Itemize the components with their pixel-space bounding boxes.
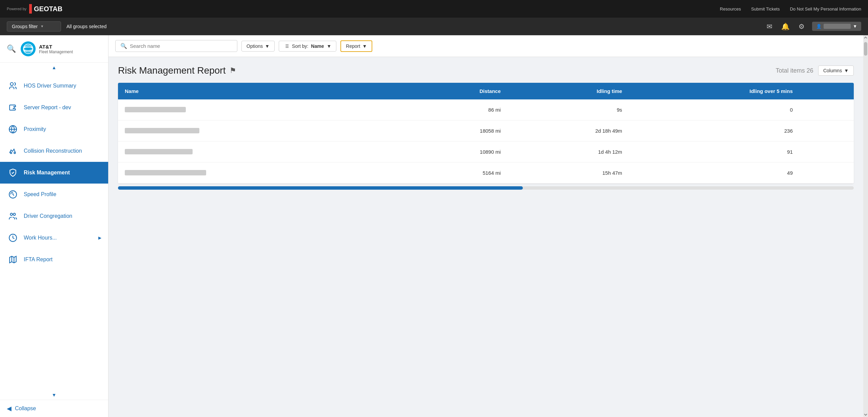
do-not-sell-link[interactable]: Do Not Sell My Personal Information	[790, 6, 861, 12]
sidebar-item-driver-congregation[interactable]: Driver Congregation	[0, 205, 108, 227]
columns-button[interactable]: Columns ▼	[818, 65, 854, 76]
options-button[interactable]: Options ▼	[241, 41, 275, 52]
sidebar-item-ifta-report[interactable]: IFTA Report	[0, 249, 108, 270]
report-header: Risk Management Report ⚑ Total items 26 …	[118, 65, 854, 76]
sidebar-item-work-hours-label: Work Hours...	[24, 235, 57, 241]
puzzle-icon	[7, 101, 19, 114]
report-title-text: Risk Management Report	[118, 65, 225, 76]
vertical-scroll-thumb	[864, 42, 867, 56]
content-area: 🔍 Options ▼ Sort by: Name ▼ Report ▼	[108, 35, 863, 417]
bookmark-icon[interactable]: ⚑	[230, 66, 236, 75]
search-box[interactable]: 🔍	[115, 40, 237, 52]
cell-distance: 5164 mi	[403, 163, 508, 184]
work-hours-chevron-icon: ▶	[98, 235, 101, 240]
sidebar-item-risk-management[interactable]: Risk Management	[0, 162, 108, 184]
user-account-button[interactable]: 👤 ████████ ▼	[812, 22, 861, 31]
cell-idling-over: 236	[629, 120, 800, 141]
user-icon: 👤	[816, 24, 822, 29]
main-layout: 🔍 AT&T Fleet Management ▲	[0, 35, 868, 417]
groups-filter-button[interactable]: Groups filter ▼	[7, 21, 61, 32]
table-row: 86 mi 9s 0	[118, 99, 854, 120]
sort-value: Name	[311, 43, 324, 49]
col-extra	[800, 83, 854, 99]
groups-bar: Groups filter ▼ All groups selected ✉ 🔔 …	[0, 18, 868, 35]
col-idling-time: Idling time	[508, 83, 629, 99]
shield-icon	[7, 167, 19, 179]
svg-point-12	[13, 213, 16, 215]
options-chevron-icon: ▼	[265, 43, 270, 49]
scroll-up-icon	[863, 35, 868, 40]
groups-selected-text: All groups selected	[66, 24, 106, 29]
clock-icon	[7, 232, 19, 244]
report-button[interactable]: Report ▼	[340, 40, 372, 52]
sort-button[interactable]: Sort by: Name ▼	[279, 41, 336, 52]
submit-tickets-link[interactable]: Submit Tickets	[751, 6, 780, 12]
nav-scroll-down[interactable]: ▼	[0, 390, 108, 400]
collapse-label: Collapse	[15, 405, 36, 412]
sidebar-navigation: HOS Driver Summary Server Report - dev	[0, 72, 108, 390]
table-row: 18058 mi 2d 18h 49m 236	[118, 120, 854, 141]
sidebar-item-server-report-dev[interactable]: Server Report - dev	[0, 97, 108, 118]
total-items-text: Total items 26	[776, 67, 813, 74]
topbar-logo: Powered by GEOTAB	[7, 4, 70, 14]
columns-chevron-icon: ▼	[844, 68, 849, 73]
sort-label: Sort by:	[292, 43, 308, 49]
settings-icon-button[interactable]: ⚙	[797, 21, 806, 32]
svg-point-2	[21, 41, 36, 56]
cell-extra	[800, 99, 854, 120]
svg-marker-14	[9, 256, 16, 263]
sidebar-item-risk-management-label: Risk Management	[24, 170, 70, 176]
sidebar-item-collision-reconstruction[interactable]: Collision Reconstruction	[0, 140, 108, 162]
horizontal-scrollbar[interactable]	[118, 186, 854, 190]
sidebar-item-driver-congregation-label: Driver Congregation	[24, 213, 72, 219]
sidebar-item-work-hours[interactable]: Work Hours... ▶	[0, 227, 108, 249]
sidebar-search-icon[interactable]: 🔍	[7, 44, 16, 53]
scroll-down-icon	[863, 412, 868, 417]
sidebar-item-proximity-label: Proximity	[24, 126, 46, 132]
crash-icon	[7, 145, 19, 157]
user-name: ████████	[824, 24, 851, 29]
user-chevron-icon: ▼	[853, 24, 857, 29]
sidebar-item-speed-profile-label: Speed Profile	[24, 191, 56, 197]
sidebar-item-speed-profile[interactable]: Speed Profile	[0, 184, 108, 205]
cell-idling-time: 2d 18h 49m	[508, 120, 629, 141]
speedometer-icon	[7, 188, 19, 201]
col-distance: Distance	[403, 83, 508, 99]
sidebar-item-collision-label: Collision Reconstruction	[24, 148, 82, 154]
svg-point-6	[10, 82, 13, 86]
sidebar-item-server-report-label: Server Report - dev	[24, 105, 71, 111]
att-name: AT&T	[39, 44, 73, 50]
vertical-scrollbar[interactable]	[863, 35, 868, 417]
cell-idling-time: 15h 47m	[508, 163, 629, 184]
cell-name	[118, 141, 403, 163]
report-chevron-icon: ▼	[362, 43, 367, 49]
collapse-button[interactable]: ◀ Collapse	[7, 405, 101, 412]
email-icon-button[interactable]: ✉	[765, 21, 774, 32]
sidebar-item-proximity[interactable]: Proximity	[0, 118, 108, 140]
resources-link[interactable]: Resources	[720, 6, 741, 12]
sidebar-item-hos-driver-summary-label: HOS Driver Summary	[24, 83, 76, 89]
cell-idling-time: 1d 4h 12m	[508, 141, 629, 163]
report-label: Report	[346, 43, 360, 49]
sidebar-footer: ◀ Collapse	[0, 400, 108, 417]
sidebar-header: 🔍 AT&T Fleet Management	[0, 35, 108, 63]
powered-by-text: Powered by	[7, 6, 26, 11]
notifications-icon-button[interactable]: 🔔	[780, 21, 791, 32]
sidebar: 🔍 AT&T Fleet Management ▲	[0, 35, 108, 417]
report-header-right: Total items 26 Columns ▼	[776, 65, 854, 76]
svg-rect-0	[29, 4, 32, 14]
search-icon: 🔍	[120, 43, 127, 49]
table-header-row: Name Distance Idling time Idling over 5 …	[118, 83, 854, 99]
cell-distance: 18058 mi	[403, 120, 508, 141]
col-idling-over: Idling over 5 mins	[629, 83, 800, 99]
cell-name	[118, 163, 403, 184]
geotab-logo: GEOTAB	[29, 4, 70, 14]
sidebar-item-hos-driver-summary[interactable]: HOS Driver Summary	[0, 75, 108, 97]
cell-idling-over: 91	[629, 141, 800, 163]
nav-scroll-up[interactable]: ▲	[0, 63, 108, 72]
sidebar-item-ifta-report-label: IFTA Report	[24, 257, 53, 263]
topbar-nav: Resources Submit Tickets Do Not Sell My …	[720, 6, 861, 12]
att-logo: AT&T Fleet Management	[21, 41, 73, 56]
search-input[interactable]	[130, 43, 232, 49]
svg-point-8	[14, 152, 15, 153]
